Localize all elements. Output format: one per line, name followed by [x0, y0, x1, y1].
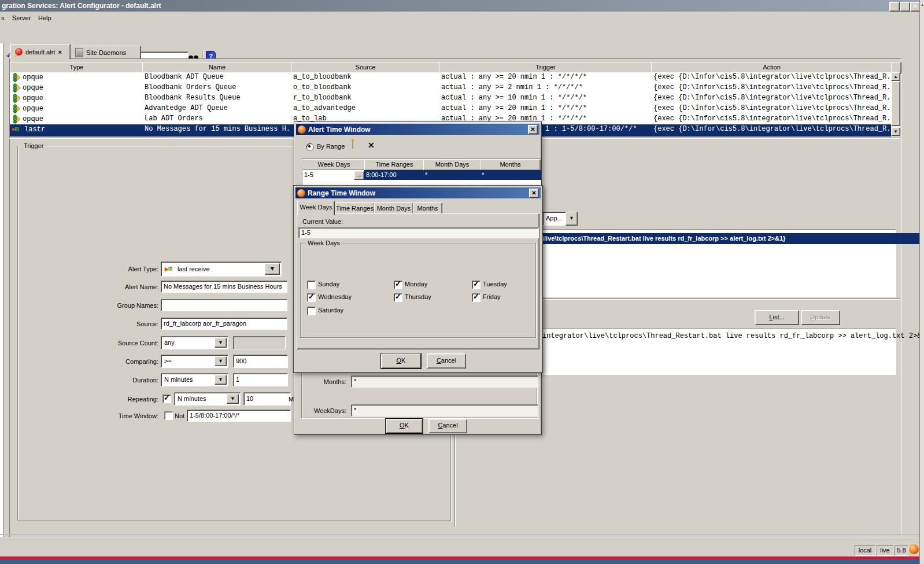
repeating-select[interactable]: N minutes ▼ [174, 392, 241, 406]
scrollbar-thumb[interactable] [891, 81, 900, 126]
menu-item-help[interactable]: Help [38, 14, 51, 21]
day-checkbox-friday[interactable] [472, 293, 481, 302]
time-window-input[interactable]: 1-5/8:00-17:00/*/* [187, 410, 291, 422]
column-header-trigger[interactable]: Trigger [439, 62, 652, 73]
months-input[interactable]: * [351, 375, 538, 388]
opque-icon [12, 73, 21, 82]
cell-trigger: actual : any >= 20 nmin 1 : */*/*/* [439, 104, 651, 114]
day-label-tuesday: Tuesday [483, 281, 507, 287]
day-checkbox-monday[interactable] [394, 281, 402, 289]
table-row[interactable]: opque Bloodbank ADT Queue a_to_bloodbank… [10, 72, 891, 83]
window-title: gration Services: Alert Configurator - d… [2, 2, 161, 10]
weekdays-input[interactable]: * [351, 404, 538, 416]
chevron-down-icon[interactable]: ▼ [215, 356, 227, 366]
alert-name-input[interactable]: No Messages for 15 mins Business Hours [161, 281, 287, 293]
day-checkbox-sunday[interactable] [307, 281, 316, 289]
menu-item-clipped[interactable]: s [1, 14, 5, 21]
chevron-down-icon[interactable]: ▼ [566, 212, 578, 226]
delete-range-icon[interactable]: ✕ [368, 141, 375, 149]
tab-site-daemons[interactable]: Site Daemons [71, 46, 141, 60]
table-scrollbar[interactable]: ▲ ▼ [891, 72, 900, 136]
repeating-checkbox[interactable] [162, 395, 171, 403]
grid-header-month-days[interactable]: Month Days [423, 159, 481, 171]
ok-button[interactable]: OK [386, 419, 423, 433]
new-range-icon[interactable] [352, 141, 353, 149]
duration-value: N minutes [164, 376, 193, 383]
alert-type-select[interactable]: ▶m last receive ▼ [161, 261, 282, 277]
dialog-titlebar[interactable]: Range Time Window [295, 187, 541, 198]
maximize-button[interactable]: □ [900, 2, 910, 12]
time-window-label: Time Window: [93, 412, 158, 419]
chevron-down-icon[interactable]: ▼ [227, 394, 239, 404]
day-checkbox-saturday[interactable] [307, 307, 316, 315]
time-window-not-checkbox[interactable] [164, 411, 173, 420]
grid-cell-time-ranges[interactable]: 8:00-17:00 [364, 170, 425, 180]
cancel-button[interactable]: Cancel [427, 353, 466, 368]
cell-name: Lab ADT Orders [142, 114, 291, 124]
cancel-button[interactable]: Cancel [428, 419, 467, 433]
grid-cell-months[interactable]: * [480, 170, 541, 180]
ellipsis-button[interactable]: ... [354, 171, 364, 180]
repeating-value: N minutes [178, 395, 206, 402]
comparing-value-input[interactable]: 900 [233, 355, 288, 368]
close-icon[interactable]: ✕ [528, 125, 538, 134]
column-header-name[interactable]: Name [142, 62, 292, 73]
list-button[interactable]: List... [755, 310, 799, 325]
table-row[interactable]: opque Advantedge ADT Queue a_to_advanted… [10, 104, 891, 115]
scroll-up-button[interactable]: ▲ [891, 72, 900, 81]
by-range-radio[interactable] [306, 143, 314, 151]
tab-time-ranges[interactable]: Time Ranges [335, 202, 375, 215]
current-value-input[interactable]: 1-5 [298, 227, 539, 238]
by-range-label: By Range [317, 143, 345, 150]
column-header-type[interactable]: Type [10, 62, 143, 73]
outer-scrollbar[interactable]: ▲ [919, 0, 924, 564]
day-checkbox-wednesday[interactable] [307, 293, 316, 302]
source-count-select[interactable]: any ▼ [161, 336, 228, 349]
chevron-down-icon[interactable]: ▼ [215, 338, 227, 348]
months-label: Months: [304, 378, 346, 385]
tab-week-days[interactable]: Week Days [297, 201, 335, 215]
group-names-input[interactable] [161, 299, 287, 311]
ok-button[interactable]: OK [381, 353, 421, 368]
tab-close-icon[interactable]: × [58, 49, 61, 56]
table-row[interactable]: opque Bloodbank Orders Queue o_to_bloodb… [10, 83, 891, 94]
day-checkbox-tuesday[interactable] [472, 281, 481, 289]
opque-icon [12, 94, 21, 103]
menubar: s Server Help [0, 12, 924, 24]
week-days-groupbox [300, 243, 536, 338]
tab-month-days[interactable]: Month Days [374, 202, 413, 215]
source-input[interactable]: rd_fr_labcorp aor_fr_paragon [161, 318, 287, 330]
column-header-source[interactable]: Source [291, 62, 440, 73]
scroll-down-button[interactable]: ▼ [891, 127, 900, 136]
chevron-down-icon[interactable]: ▼ [265, 263, 280, 275]
update-button[interactable]: Update [801, 310, 840, 325]
cell-action: {exec {D:\Infor\cis5.8\integrator\live\t… [651, 83, 891, 93]
comparing-label: Comparing: [93, 358, 158, 365]
tab-months[interactable]: Months [413, 202, 442, 215]
group-names-label: Group Names: [93, 302, 158, 309]
minimize-button[interactable]: _ [889, 2, 900, 12]
alert-type-value: last receive [178, 266, 210, 272]
repeating-value-input[interactable]: 10 [243, 392, 291, 406]
grid-cell-month-days[interactable]: * [423, 170, 482, 180]
menu-item-server[interactable]: Server [12, 14, 31, 21]
close-icon[interactable]: ✕ [529, 189, 539, 198]
chevron-down-icon[interactable]: ▼ [215, 375, 227, 385]
grid-header-months[interactable]: Months [480, 159, 541, 171]
comparing-select[interactable]: >= ▼ [161, 355, 228, 368]
taskbar-strip [0, 559, 924, 564]
day-checkbox-thursday[interactable] [394, 293, 402, 302]
cell-action: {exec {D:\Infor\cis5.8\integrator\live\t… [651, 93, 891, 104]
alarm-icon [15, 48, 23, 56]
column-header-action[interactable]: Action [651, 62, 892, 73]
source-count-extra-input[interactable] [233, 336, 286, 349]
duration-value-input[interactable]: 1 [233, 373, 288, 386]
scroll-up-icon[interactable]: ▲ [920, 1, 924, 8]
table-row[interactable]: opque Bloodbank Results Queue r_to_blood… [10, 93, 891, 104]
left-splitter[interactable] [0, 43, 3, 540]
grid-header-week-days[interactable]: Week Days [302, 159, 365, 171]
duration-select[interactable]: N minutes ▼ [161, 373, 228, 386]
dialog-titlebar[interactable]: Alert Time Window [296, 124, 539, 135]
grid-header-time-ranges[interactable]: Time Ranges [364, 159, 424, 171]
tab-default-alrt[interactable]: default.alrt × [10, 44, 71, 60]
